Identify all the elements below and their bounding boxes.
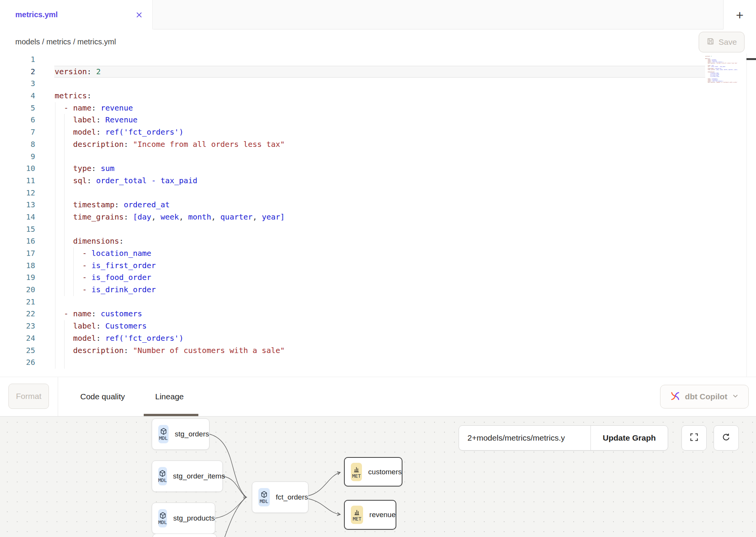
- tab-bar: metrics.yml +: [0, 0, 756, 29]
- code-text: model: ref('fct_orders'): [55, 126, 183, 138]
- dbt-copilot-button[interactable]: dbt Copilot: [660, 385, 749, 408]
- code-line[interactable]: 20 - is_drink_order: [0, 284, 756, 296]
- breadcrumb: models / metrics / metrics.yml: [15, 37, 116, 46]
- code-line[interactable]: 13 timestamp: ordered_at: [0, 199, 756, 211]
- code-line[interactable]: 18 - is_first_order: [0, 260, 756, 272]
- code-line[interactable]: 19 - is_food_order: [0, 272, 756, 284]
- code-line[interactable]: 10 type: sum: [0, 163, 756, 175]
- overview-ruler: [746, 54, 747, 377]
- line-number: 7: [0, 126, 35, 138]
- code-line[interactable]: 8 description: "Income from all orders l…: [0, 138, 756, 151]
- code-line[interactable]: 17 - location_name: [0, 247, 756, 260]
- lineage-edge: [308, 499, 340, 514]
- overview-ruler-cursor-mark: [746, 58, 756, 60]
- minimap[interactable]: version: 2 metrics: - name: revenue labe…: [705, 55, 745, 84]
- graph-node-stg_products[interactable]: MDLstg_products: [152, 503, 215, 534]
- badge-label: MET: [352, 473, 361, 479]
- indent-guide: [64, 356, 65, 369]
- line-number: 24: [0, 332, 35, 345]
- code-text: - name: customers: [55, 308, 142, 320]
- format-button[interactable]: Format: [8, 384, 49, 409]
- update-graph-button[interactable]: Update Graph: [591, 426, 668, 450]
- line-number: 14: [0, 211, 35, 223]
- line-number: 4: [0, 90, 35, 102]
- editor-toolbar: Format Code quality Lineage dbt Copilot: [0, 377, 756, 417]
- code-line[interactable]: 21: [0, 296, 756, 308]
- code-line[interactable]: 4metrics:: [0, 90, 756, 102]
- line-number: 18: [0, 260, 35, 272]
- code-line[interactable]: 6 label: Revenue: [0, 114, 756, 126]
- line-number: 16: [0, 235, 35, 247]
- line-number: 3: [0, 78, 35, 90]
- line-number: 6: [0, 114, 35, 126]
- close-icon[interactable]: [135, 11, 143, 19]
- graph-node-partial[interactable]: [152, 534, 217, 537]
- code-editor[interactable]: 12version: 234metrics:5 - name: revenue6…: [0, 54, 756, 377]
- code-line[interactable]: 5 - name: revenue: [0, 102, 756, 114]
- line-number: 17: [0, 247, 35, 260]
- code-text: time_grains: [day, week, month, quarter,…: [55, 211, 285, 223]
- lineage-graph-panel[interactable]: MDLstg_ordersMDLstg_order_itemsMDLstg_pr…: [0, 417, 756, 537]
- graph-node-revenue[interactable]: METrevenue: [344, 500, 396, 530]
- graph-node-stg_order_items[interactable]: MDLstg_order_items: [152, 461, 223, 492]
- code-line[interactable]: 3: [0, 78, 756, 90]
- line-number: 13: [0, 199, 35, 211]
- lineage-filter-input[interactable]: [459, 426, 591, 450]
- line-number: 9: [0, 151, 35, 163]
- code-lines[interactable]: 12version: 234metrics:5 - name: revenue6…: [0, 54, 756, 369]
- toolbar-divider: [58, 377, 58, 416]
- code-line[interactable]: 24 model: ref('fct_orders'): [0, 332, 756, 345]
- code-line[interactable]: 1: [0, 54, 756, 66]
- refresh-button[interactable]: [714, 425, 739, 451]
- lineage-edge: [225, 497, 246, 537]
- code-line[interactable]: 16 dimensions:: [0, 235, 756, 247]
- save-icon: [706, 37, 715, 47]
- badge-label: MET: [353, 516, 362, 522]
- code-line[interactable]: 7 model: ref('fct_orders'): [0, 126, 756, 138]
- lineage-edge: [308, 472, 340, 496]
- code-text: - is_food_order: [55, 272, 151, 284]
- line-number: 19: [0, 272, 35, 284]
- code-text: sql: order_total - tax_paid: [55, 175, 197, 187]
- code-line[interactable]: 25 description: "Number of customers wit…: [0, 345, 756, 357]
- line-number: 8: [0, 138, 35, 151]
- fullscreen-button[interactable]: [681, 425, 707, 451]
- badge-label: MDL: [260, 498, 268, 504]
- tab-lineage[interactable]: Lineage: [155, 377, 184, 416]
- node-label: revenue: [369, 511, 396, 519]
- code-line[interactable]: 14 time_grains: [day, week, month, quart…: [0, 211, 756, 223]
- code-line[interactable]: 23 label: Customers: [0, 320, 756, 332]
- code-line[interactable]: 2version: 2: [0, 66, 756, 78]
- code-text: - is_first_order: [55, 260, 156, 272]
- breadcrumb-bar: models / metrics / metrics.yml Save: [0, 29, 756, 54]
- code-text: - is_drink_order: [55, 284, 156, 296]
- save-button[interactable]: Save: [699, 32, 745, 52]
- new-tab-plus-icon[interactable]: +: [736, 8, 744, 21]
- code-text: label: Revenue: [55, 114, 138, 126]
- lineage-edge: [223, 476, 246, 497]
- code-text: - location_name: [55, 247, 151, 260]
- indent-guide: [64, 187, 65, 199]
- graph-node-fct_orders[interactable]: MDLfct_orders: [252, 482, 308, 513]
- line-number: 11: [0, 175, 35, 187]
- badge-label: MDL: [158, 519, 167, 525]
- code-line[interactable]: 11 sql: order_total - tax_paid: [0, 175, 756, 187]
- graph-node-stg_orders[interactable]: MDLstg_orders: [152, 418, 209, 450]
- node-label: stg_order_items: [173, 472, 225, 480]
- code-line[interactable]: 9: [0, 151, 756, 163]
- indent-guide: [64, 223, 65, 236]
- tab-code-quality[interactable]: Code quality: [80, 377, 125, 416]
- code-line[interactable]: 26: [0, 356, 756, 369]
- node-label: stg_products: [173, 514, 215, 522]
- graph-node-customers[interactable]: METcustomers: [344, 457, 402, 487]
- line-number: 25: [0, 345, 35, 357]
- line-number: 5: [0, 102, 35, 114]
- code-text: label: Customers: [55, 320, 147, 332]
- code-text: model: ref('fct_orders'): [55, 332, 183, 345]
- cube-icon: MDL: [158, 425, 169, 443]
- tab-metrics-yml[interactable]: metrics.yml: [0, 0, 153, 29]
- cube-icon: MDL: [158, 509, 167, 527]
- code-line[interactable]: 12: [0, 187, 756, 199]
- code-line[interactable]: 22 - name: customers: [0, 308, 756, 320]
- code-line[interactable]: 15: [0, 223, 756, 236]
